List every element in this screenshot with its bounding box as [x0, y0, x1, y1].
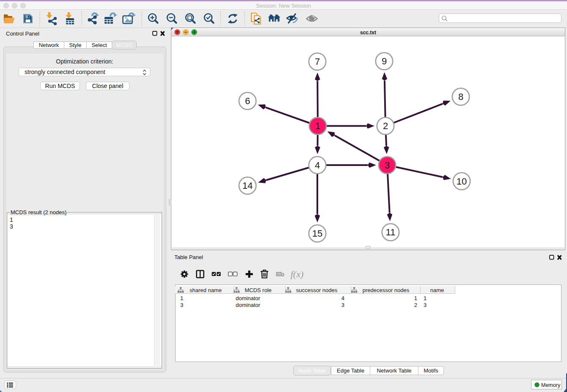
- svg-text:9: 9: [382, 56, 387, 66]
- svg-text:10: 10: [457, 176, 467, 187]
- svg-text:15: 15: [312, 228, 322, 239]
- svg-text:4: 4: [315, 160, 320, 171]
- svg-text:8: 8: [458, 91, 463, 102]
- svg-text:1: 1: [315, 121, 320, 131]
- svg-text:11: 11: [386, 227, 396, 237]
- svg-text:f(x): f(x): [291, 269, 304, 279]
- svg-text:2: 2: [383, 121, 388, 131]
- svg-text:14: 14: [242, 180, 253, 191]
- svg-text:3: 3: [385, 160, 390, 171]
- svg-text:7: 7: [315, 56, 320, 67]
- svg-text:6: 6: [245, 96, 250, 106]
